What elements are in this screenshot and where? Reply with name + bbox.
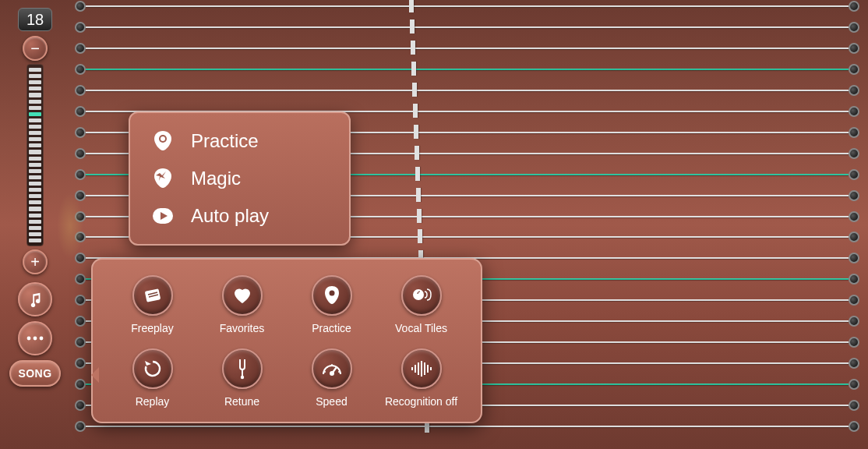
string-count-badge: 18 <box>18 8 52 31</box>
svg-point-19 <box>338 371 340 373</box>
action-label: Practice <box>312 322 351 334</box>
freeplay-icon <box>143 285 163 306</box>
slider-tick <box>29 207 41 210</box>
string[interactable] <box>70 425 864 428</box>
string[interactable] <box>70 89 864 92</box>
string-peg <box>849 43 859 54</box>
svg-rect-25 <box>427 365 429 373</box>
slider-tick <box>29 220 41 224</box>
string-peg <box>849 106 859 117</box>
svg-point-4 <box>161 136 165 141</box>
slider-tick <box>29 74 41 78</box>
string-peg <box>75 106 86 117</box>
pick-spark-icon <box>152 168 174 189</box>
string[interactable] <box>70 5 864 8</box>
mode-label: Magic <box>191 168 241 189</box>
action-favorites[interactable]: Favorites <box>201 275 283 334</box>
bridge <box>415 146 419 160</box>
string[interactable] <box>70 26 864 29</box>
string-peg <box>75 1 86 12</box>
mode-autoplay[interactable]: Auto play <box>130 197 349 235</box>
mode-practice[interactable]: Practice <box>130 122 349 160</box>
bridge <box>411 41 415 55</box>
slider-tick <box>29 175 41 179</box>
string[interactable] <box>70 68 864 71</box>
bridge <box>413 104 418 118</box>
bridge <box>410 19 415 34</box>
zoom-slider[interactable]: − + <box>19 36 51 278</box>
pick-icon <box>323 285 340 306</box>
slider-tick <box>29 182 41 186</box>
string-peg <box>849 295 859 306</box>
string-peg <box>849 148 859 159</box>
string-peg <box>849 253 859 263</box>
string-peg <box>75 127 86 138</box>
svg-point-10 <box>413 289 424 300</box>
string-peg <box>75 337 86 348</box>
music-button[interactable] <box>18 282 52 316</box>
svg-rect-23 <box>421 361 422 377</box>
slider-tick <box>29 100 41 104</box>
minus-button[interactable]: − <box>23 36 48 61</box>
bridge <box>409 0 414 12</box>
svg-point-18 <box>336 366 337 368</box>
song-button[interactable]: SONG <box>9 360 61 387</box>
svg-point-0 <box>27 337 31 341</box>
music-note-icon <box>26 291 44 308</box>
bridge <box>417 209 422 223</box>
action-vocal-tiles[interactable]: Vocal Tiles <box>380 275 462 334</box>
string-peg <box>849 64 859 75</box>
action-retune[interactable]: Retune <box>201 348 283 408</box>
svg-rect-21 <box>415 365 416 373</box>
string-peg <box>849 211 859 222</box>
string-peg <box>75 211 86 222</box>
string-peg <box>75 148 86 159</box>
voice-icon <box>411 285 432 306</box>
string-peg <box>849 421 859 432</box>
svg-rect-22 <box>418 362 419 375</box>
string-peg <box>849 85 859 96</box>
slider-track[interactable] <box>26 64 44 246</box>
svg-point-2 <box>40 337 44 341</box>
svg-line-14 <box>332 367 337 373</box>
pick-mic-icon <box>152 130 174 152</box>
play-icon <box>152 205 174 227</box>
left-controls: 18 − + SONG <box>9 8 61 441</box>
string-peg <box>849 274 859 285</box>
slider-tick <box>29 169 41 173</box>
string-peg <box>849 337 859 348</box>
mode-magic[interactable]: Magic <box>130 160 349 197</box>
action-label: Freeplay <box>131 322 173 334</box>
string[interactable] <box>70 47 864 50</box>
action-recognition[interactable]: Recognition off <box>380 348 462 408</box>
slider-tick <box>29 106 41 110</box>
bridge <box>418 229 422 243</box>
string-peg <box>75 400 86 411</box>
slider-tick <box>29 214 41 217</box>
string-peg <box>75 232 86 242</box>
string-peg <box>75 64 86 75</box>
bridge <box>416 188 421 202</box>
action-practice[interactable]: Practice <box>291 275 372 334</box>
soundwave-icon <box>410 361 433 377</box>
bridge <box>411 62 416 76</box>
svg-rect-24 <box>424 362 425 375</box>
string-peg <box>75 253 86 263</box>
slider-tick <box>29 188 41 192</box>
bridge <box>415 167 420 181</box>
string-peg <box>75 316 86 327</box>
slider-tick <box>29 125 41 129</box>
string-peg <box>75 169 86 180</box>
svg-point-15 <box>324 371 326 373</box>
plus-button[interactable]: + <box>23 249 48 274</box>
action-replay[interactable]: Replay <box>111 348 193 408</box>
more-icon <box>26 336 44 341</box>
string-peg <box>849 1 859 12</box>
action-speed[interactable]: Speed <box>291 348 372 408</box>
slider-tick <box>29 68 41 72</box>
string-peg <box>75 190 86 201</box>
slider-tick <box>29 239 41 242</box>
more-button[interactable] <box>18 321 52 355</box>
svg-rect-6 <box>144 288 161 302</box>
action-freeplay[interactable]: Freeplay <box>111 275 193 334</box>
